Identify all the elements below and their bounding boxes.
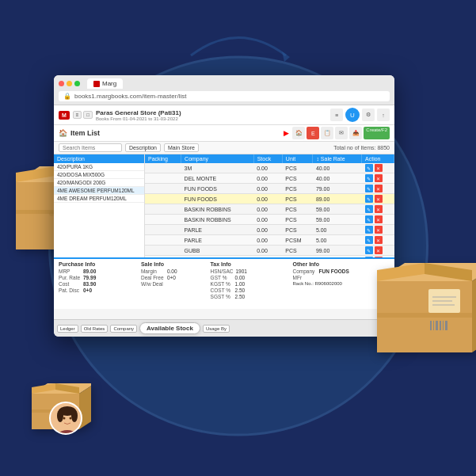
bottom-nav-btn-usage[interactable]: Usage By <box>203 325 230 333</box>
nav-bar: 🏠 Item List ▶ 🏠 E 📋 ✉ 📥 Create/F2 <box>54 125 394 142</box>
dot-green <box>74 81 80 86</box>
svg-rect-19 <box>440 321 441 330</box>
svg-rect-18 <box>436 321 438 330</box>
list-item-5[interactable]: 4ME DREAM PERFUM120ML <box>54 195 144 203</box>
favicon <box>93 81 100 87</box>
icon-5[interactable]: 📥 <box>349 127 362 139</box>
gst-row: GST % 0.00 <box>211 275 288 280</box>
store-name: Paras General Store (Pati31) <box>96 109 327 116</box>
filter-icon[interactable]: ≡ <box>330 109 343 121</box>
svg-point-35 <box>63 417 66 420</box>
col-unit: Unit <box>282 154 313 163</box>
left-item-list: Description 420/PURA 1KG 420/DOSA MIX500… <box>54 154 145 257</box>
w-n-deal-label: W/w Deal <box>141 281 165 287</box>
store-dropdown[interactable]: Main Store <box>164 143 199 152</box>
purchase-info-section: Purchase Info MRP 89.00 Pur. Rate 79.99 … <box>59 261 136 299</box>
delete-icon[interactable]: ✕ <box>375 195 383 203</box>
address-bar[interactable]: 🔒 books1.margbooks.com/item-master/list <box>59 91 390 101</box>
sale-info-title: Sale Info <box>141 261 206 267</box>
nav-right-icons: 🏠 E 📋 ✉ 📥 Create/F2 <box>292 127 390 139</box>
edit-icon[interactable]: ✎ <box>365 215 373 223</box>
list-item-4[interactable]: 4ME AWESOME PERFUM120ML <box>54 187 144 195</box>
bottom-nav: Ledger Old Rates Company Available Stock… <box>54 319 394 337</box>
marg-logo: M <box>59 111 70 120</box>
data-table: Packing Company Stock Unit ↕ Sale Rate A… <box>145 154 394 257</box>
edit-icon[interactable]: ✎ <box>365 205 373 213</box>
bottom-nav-btn-company[interactable]: Company <box>110 325 137 333</box>
table-row: 3M 0.00 PCS 40.00 ✎✕ <box>145 163 394 173</box>
svg-rect-21 <box>445 321 447 330</box>
sale-info-section: Sale Info Margin 0.00 Deal Free 0+0 W/w … <box>141 261 206 299</box>
company-label: Company <box>293 268 317 274</box>
pat-disc-row: Pat. Disc 0+0 <box>59 288 136 293</box>
detail-sections: Purchase Info MRP 89.00 Pur. Rate 79.99 … <box>59 261 390 299</box>
delete-icon[interactable]: ✕ <box>375 185 383 192</box>
icon-4[interactable]: ✉ <box>335 127 348 139</box>
tab-label: Marg <box>102 80 116 87</box>
svg-rect-17 <box>433 321 434 330</box>
col-stock: Stock <box>253 154 282 163</box>
icon-1[interactable]: 🏠 <box>292 127 305 139</box>
user-icon[interactable]: U <box>345 108 360 122</box>
deal-free-label: Deal Free <box>141 275 165 280</box>
mrp-row: MRP 89.00 <box>59 268 136 274</box>
browser-tab[interactable]: Marg <box>87 78 123 89</box>
bottom-nav-btn-old-rates[interactable]: Old Rates <box>81 325 109 333</box>
tax-info-title: Tax Info <box>211 261 288 267</box>
table-row: FUN FOODS 0.00 PCS 89.00 ✎✕ <box>145 194 394 204</box>
list-item-1[interactable]: 420/PURA 1KG <box>54 163 144 171</box>
page-title: Item List <box>70 129 280 137</box>
left-list-header: Description <box>54 154 144 163</box>
delete-icon[interactable]: ✕ <box>375 164 383 172</box>
icon-3[interactable]: 📋 <box>321 127 333 139</box>
available-stock-badge[interactable]: Available Stock <box>139 322 200 334</box>
delete-icon[interactable]: ✕ <box>375 215 383 223</box>
address-text: books1.margbooks.com/item-master/list <box>74 93 186 100</box>
nav-btn-2[interactable]: □ <box>83 111 93 119</box>
margin-label: Margin <box>141 268 165 274</box>
upload-icon[interactable]: ↑ <box>377 109 390 121</box>
cost-label: Cost <box>59 281 81 287</box>
app-header: M ≡ □ Paras General Store (Pati31) Books… <box>54 105 394 125</box>
margin-row: Margin 0.00 <box>141 268 206 274</box>
dot-red <box>59 81 64 86</box>
pur-rate-value: 79.99 <box>83 275 96 280</box>
pur-rate-label: Pur. Rate <box>59 275 81 280</box>
settings-icon[interactable]: ⚙ <box>362 109 375 121</box>
mrp-label: MRP <box>59 268 81 274</box>
youtube-icon[interactable]: ▶ <box>284 129 289 137</box>
edit-icon[interactable]: ✎ <box>365 185 373 192</box>
delete-icon[interactable]: ✕ <box>375 205 383 213</box>
kgst-row: KGST % 1.00 <box>211 281 288 287</box>
edit-icon[interactable]: ✎ <box>365 174 373 182</box>
delete-icon[interactable]: ✕ <box>375 174 383 182</box>
cost-pct-row: COST % 2.50 <box>211 288 288 293</box>
table-row: GUBB 0.00 PCS 139.00 ✎✕ <box>145 256 394 258</box>
icon-2[interactable]: E <box>307 127 319 139</box>
deal-free-value: 0+0 <box>167 275 176 280</box>
sgst-label: SGST % <box>211 294 233 299</box>
table-row: DEL MONTE 0.00 PCS 40.00 ✎✕ <box>145 173 394 184</box>
pat-disc-label: Pat. Disc <box>59 288 81 293</box>
right-table-area: Packing Company Stock Unit ↕ Sale Rate A… <box>145 154 394 257</box>
description-dropdown[interactable]: Description <box>125 143 161 152</box>
list-item-3[interactable]: 420/MANGODI 200G <box>54 179 144 187</box>
table-row: FUN FOODS 0.00 PCS 79.00 ✎✕ <box>145 184 394 194</box>
bottom-nav-btn-ledger[interactable]: Ledger <box>57 325 78 333</box>
search-input[interactable] <box>59 143 122 152</box>
kgst-label: KGST % <box>211 281 233 287</box>
home-icon[interactable]: 🏠 <box>59 129 67 137</box>
nav-buttons: ≡ □ <box>73 111 93 119</box>
nav-btn-1[interactable]: ≡ <box>73 111 82 119</box>
col-action: Action <box>362 154 394 163</box>
edit-icon[interactable]: ✎ <box>365 195 373 203</box>
gst-label: GST % <box>211 275 233 280</box>
gst-value: 0.00 <box>235 275 246 280</box>
sgst-value: 2.50 <box>235 294 246 299</box>
list-item-2[interactable]: 420/DOSA MIX500G <box>54 171 144 179</box>
edit-icon[interactable]: ✎ <box>365 164 373 172</box>
margin-value: 0.00 <box>167 268 177 274</box>
rack-value: Rack No.: R906002000 <box>293 281 342 286</box>
create-btn[interactable]: Create/F2 <box>364 127 390 139</box>
deal-free-row: Deal Free 0+0 <box>141 275 206 280</box>
